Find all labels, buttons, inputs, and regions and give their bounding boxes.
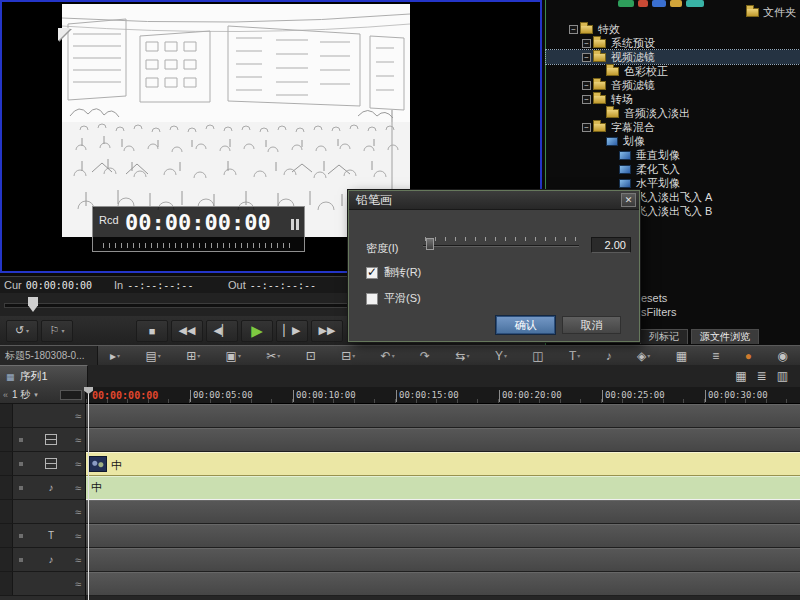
tab-sequence-marker[interactable]: 列标记 [640,329,688,344]
track-expand-icon[interactable]: ≈ [75,530,81,542]
track-expand-icon[interactable]: ≈ [75,458,81,470]
set-marker-button[interactable]: ⚐▾ [41,320,73,342]
timeline-track[interactable] [86,428,800,452]
save-icon[interactable]: ▣▾ [226,349,241,363]
density-slider-handle[interactable] [426,238,434,250]
info-icon[interactable]: ◉ [777,349,787,363]
cut-icon[interactable]: ✂▾ [266,349,280,363]
track-select-strip[interactable] [0,524,13,547]
track-header[interactable]: ≈ [0,428,85,452]
track-expand-icon[interactable]: ≈ [75,506,81,518]
track-expand-icon[interactable]: ≈ [75,410,81,422]
insert-overwrite-icon[interactable]: ◫ [532,349,543,363]
timeline-track[interactable] [86,572,800,596]
effects-tree-item[interactable]: − 色彩校正 [546,64,800,78]
seek-playhead[interactable] [28,297,38,312]
flip-checkbox-row[interactable]: 翻转(R) [366,265,421,280]
bin-icon[interactable]: ▤▾ [145,349,160,363]
dual-pane-icon[interactable]: ▥ [777,369,788,383]
tree-expand-icon[interactable]: − [582,123,591,132]
timeline-track[interactable] [86,500,800,524]
title-tool-icon[interactable]: T▾ [569,349,580,363]
loop-play-button[interactable]: ↺▾ [6,320,38,342]
timeline-track[interactable] [86,524,800,548]
layout-grid-icon[interactable]: ▦ [735,369,746,383]
effects-tree-item[interactable]: − 音频淡入淡出 [546,106,800,120]
effects-tree-item[interactable]: − 转场 [546,92,800,106]
track-expand-icon[interactable]: ≈ [75,482,81,494]
audio-mixer-icon[interactable]: ≡ [712,349,719,363]
timeline-playhead[interactable] [88,387,89,600]
timeline-track[interactable] [86,404,800,428]
effects-tree-item[interactable]: − 视频滤镜 [546,50,800,64]
density-slider[interactable] [421,236,581,252]
clipped-tree-item[interactable]: sFilters [641,306,676,318]
confirm-button[interactable]: 确认 [496,316,555,334]
effects-tree-item[interactable]: − 系统预设 [546,36,800,50]
fast-forward-button[interactable]: ▶▶ [311,320,343,342]
track-mute-dot[interactable] [19,534,23,538]
track-header[interactable]: ≈ [0,404,85,428]
track-select-strip[interactable] [0,548,13,571]
track-mute-dot[interactable] [19,558,23,562]
sync-mode-icon[interactable]: ⇆▾ [455,349,469,363]
effects-tree-item[interactable]: − 划像 [546,134,800,148]
track-header[interactable]: ≈ [0,500,85,524]
track-mixer-icon[interactable]: ≣ [757,369,767,383]
timeline-scale-selector[interactable]: « 1 秒 ▾ [0,387,85,404]
cancel-button[interactable]: 取消 [562,316,621,334]
track-expand-icon[interactable]: ≈ [75,434,81,446]
timeline-track[interactable]: 中 [86,476,800,500]
tree-expand-icon[interactable]: − [569,25,578,34]
track-header[interactable]: ♪ ≈ [0,476,85,500]
track-select-strip[interactable] [0,476,13,499]
marker-icon[interactable]: ◈▾ [637,349,650,363]
clipped-tree-item[interactable]: esets [641,292,667,304]
effects-tree-item[interactable]: − 字幕混合 [546,120,800,134]
track-header[interactable]: T ≈ [0,524,85,548]
track-mute-dot[interactable] [19,462,23,466]
title-sequence-tab[interactable]: 标题5-180308-0... [0,346,98,365]
add-clip-icon[interactable]: ⊞▾ [186,349,200,363]
track-header[interactable]: ≈ [0,572,85,596]
tab-source-browser[interactable]: 源文件浏览 [691,329,759,344]
track-select-strip[interactable] [0,428,13,451]
smooth-checkbox[interactable] [366,293,378,305]
tree-expand-icon[interactable]: − [582,95,591,104]
track-header[interactable]: ≈ [0,452,85,476]
paste-icon[interactable]: ⊟▾ [341,349,355,363]
effects-tree-item[interactable]: − 水平划像 [546,176,800,190]
copy-icon[interactable]: ⊡ [306,349,316,363]
track-select-strip[interactable] [0,404,13,427]
play-button[interactable]: ▶ [241,320,273,342]
stop-button[interactable]: ■ [136,320,168,342]
rewind-button[interactable]: ◀◀ [171,320,203,342]
track-select-strip[interactable] [0,500,13,523]
effects-tree-item[interactable]: − 垂直划像 [546,148,800,162]
tree-expand-icon[interactable]: − [582,53,591,62]
dialog-titlebar[interactable]: 铅笔画 ✕ [349,191,639,210]
timeline-track[interactable] [86,548,800,572]
smooth-checkbox-row[interactable]: 平滑(S) [366,291,421,306]
next-frame-button[interactable]: ▏▶ [276,320,308,342]
split-clip-icon[interactable]: Y▾ [495,349,507,363]
track-mute-dot[interactable] [19,486,23,490]
effects-tree-item[interactable]: − 特效 [546,22,800,36]
cursor-tool-icon[interactable]: ▸▾ [110,349,120,363]
track-header[interactable]: ♪ ≈ [0,548,85,572]
effects-tree-item[interactable]: − 柔化飞入 [546,162,800,176]
dialog-close-button[interactable]: ✕ [621,193,636,207]
effects-tree-item[interactable]: − 音频滤镜 [546,78,800,92]
voiceover-icon[interactable]: ♪ [606,349,612,363]
track-mute-dot[interactable] [19,438,23,442]
record-icon[interactable]: ● [745,349,752,363]
timeline-track[interactable]: 中 [86,452,800,476]
density-value-box[interactable]: 2.00 [591,237,631,253]
undo-icon[interactable]: ↶▾ [381,349,395,363]
snap-grid-icon[interactable]: ▦ [676,349,687,363]
previous-frame-button[interactable]: ◀▏ [206,320,238,342]
tree-expand-icon[interactable]: − [582,39,591,48]
slider-track[interactable] [423,245,579,247]
track-expand-icon[interactable]: ≈ [75,554,81,566]
tree-expand-icon[interactable]: − [582,81,591,90]
